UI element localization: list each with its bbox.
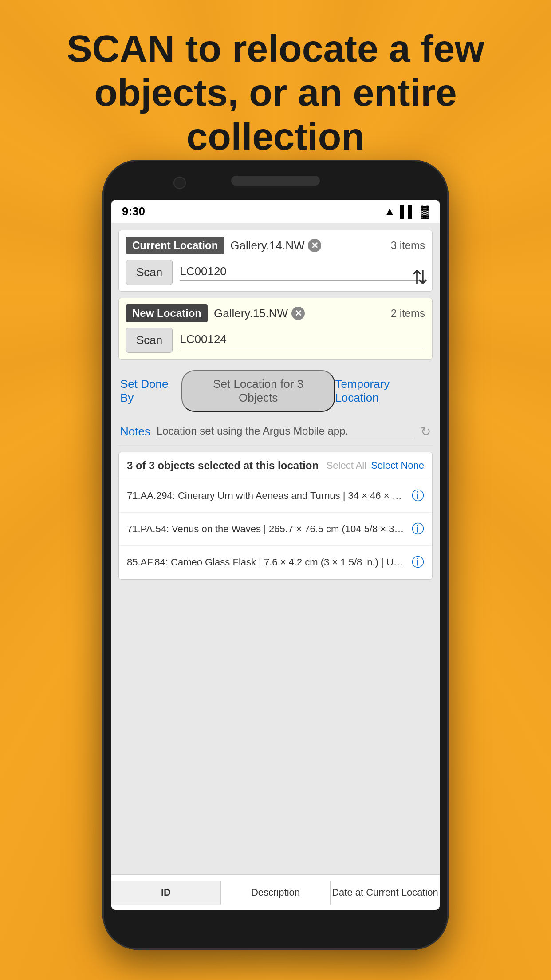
- tab-date[interactable]: Date at Current Location: [331, 881, 440, 905]
- object-row-2: 71.PA.54: Venus on the Waves | 265.7 × 7…: [119, 513, 432, 546]
- signal-icon: ▌▌: [400, 205, 416, 218]
- new-location-header: New Location Gallery.15.NW ✕ 2 items: [126, 304, 425, 322]
- set-location-button[interactable]: Set Location for 3 Objects: [181, 370, 335, 412]
- select-all-button[interactable]: Select All: [327, 460, 367, 471]
- current-item-count: 3 items: [391, 239, 425, 252]
- current-scan-row: Scan LC00120: [126, 260, 425, 285]
- temporary-location-link[interactable]: Temporary Location: [335, 377, 431, 405]
- status-bar: 9:30 ▲ ▌▌ ▓: [111, 200, 440, 223]
- action-bar: Set Done By Set Location for 3 Objects T…: [118, 366, 433, 416]
- object-row-1: 71.AA.294: Cinerary Urn with Aeneas and …: [119, 479, 432, 513]
- object-text-3: 85.AF.84: Cameo Glass Flask | 7.6 × 4.2 …: [127, 557, 406, 568]
- object-text-2: 71.PA.54: Venus on the Waves | 265.7 × 7…: [127, 523, 406, 535]
- current-location-clear-icon[interactable]: ✕: [308, 239, 321, 252]
- new-scan-button[interactable]: Scan: [126, 328, 173, 353]
- phone-camera: [173, 177, 186, 189]
- objects-panel: 3 of 3 objects selected at this location…: [118, 452, 433, 580]
- current-location-name: Gallery.14.NW ✕: [230, 239, 384, 253]
- current-location-input[interactable]: LC00120: [180, 265, 425, 281]
- new-location-badge: New Location: [126, 304, 208, 322]
- bottom-tabs-bar: ID Description Date at Current Location: [111, 874, 440, 910]
- new-location-name: Gallery.15.NW ✕: [214, 307, 385, 320]
- current-location-badge: Current Location: [126, 237, 224, 254]
- notes-label[interactable]: Notes: [120, 425, 150, 439]
- app-content: Current Location Gallery.14.NW ✕ 3 items…: [111, 223, 440, 910]
- current-location-card: Current Location Gallery.14.NW ✕ 3 items…: [118, 230, 433, 292]
- set-done-by-link[interactable]: Set Done By: [120, 377, 181, 405]
- battery-icon: ▓: [421, 205, 429, 218]
- objects-count: 3 of 3 objects selected at this location: [127, 459, 322, 472]
- tab-description[interactable]: Description: [221, 881, 331, 905]
- new-item-count: 2 items: [391, 307, 425, 320]
- headline-section: SCAN to relocate a few objects, or an en…: [0, 27, 551, 158]
- tab-id[interactable]: ID: [111, 881, 221, 905]
- headline-text: SCAN to relocate a few objects, or an en…: [27, 27, 524, 158]
- notes-input[interactable]: Location set using the Argus Mobile app.: [157, 425, 414, 439]
- info-icon-3[interactable]: ⓘ: [412, 554, 424, 571]
- cards-container: Current Location Gallery.14.NW ✕ 3 items…: [118, 230, 433, 360]
- status-bar-right: ▲ ▌▌ ▓: [384, 205, 429, 218]
- phone-frame: 9:30 ▲ ▌▌ ▓ Current Location Gallery.14.…: [102, 160, 449, 950]
- new-location-card: New Location Gallery.15.NW ✕ 2 items Sca…: [118, 298, 433, 360]
- object-text-1: 71.AA.294: Cinerary Urn with Aeneas and …: [127, 490, 406, 502]
- new-location-clear-icon[interactable]: ✕: [291, 307, 305, 320]
- current-location-header: Current Location Gallery.14.NW ✕ 3 items: [126, 237, 425, 254]
- objects-header: 3 of 3 objects selected at this location…: [119, 452, 432, 479]
- status-time: 9:30: [122, 205, 145, 218]
- wifi-icon: ▲: [384, 205, 395, 218]
- new-location-input[interactable]: LC00124: [180, 332, 425, 348]
- info-icon-1[interactable]: ⓘ: [412, 487, 424, 504]
- notes-row: Notes Location set using the Argus Mobil…: [118, 421, 433, 446]
- select-none-button[interactable]: Select None: [371, 460, 424, 471]
- current-scan-button[interactable]: Scan: [126, 260, 173, 285]
- phone-speaker: [231, 176, 320, 186]
- new-scan-row: Scan LC00124: [126, 328, 425, 353]
- phone-screen: 9:30 ▲ ▌▌ ▓ Current Location Gallery.14.…: [111, 200, 440, 910]
- swap-icon[interactable]: ⇅: [412, 266, 428, 288]
- refresh-icon[interactable]: ↻: [421, 424, 431, 439]
- object-row-3: 85.AF.84: Cameo Glass Flask | 7.6 × 4.2 …: [119, 546, 432, 579]
- info-icon-2[interactable]: ⓘ: [412, 521, 424, 537]
